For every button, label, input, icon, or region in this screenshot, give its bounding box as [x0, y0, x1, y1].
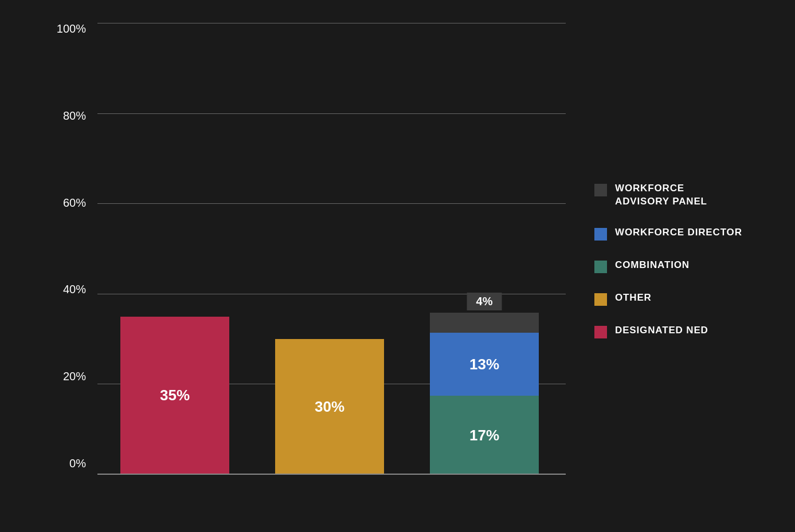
bar-segment-combo: 17%: [430, 396, 539, 475]
bar-label-advisory-panel-outside: 4%: [476, 295, 493, 308]
legend-item-other: OTHER: [594, 291, 761, 306]
y-label-0: 0%: [69, 458, 86, 469]
y-label-60: 60%: [63, 197, 86, 208]
y-label-80: 80%: [63, 110, 86, 121]
legend-swatch-ned: [594, 326, 607, 338]
bar-designated-ned: 35%: [120, 23, 229, 475]
legend-swatch-wd: [594, 228, 607, 241]
legend-item-ned: DESIGNATED NED: [594, 324, 761, 338]
chart-container: 100% 80% 60% 40% 20% 0%: [0, 0, 795, 532]
legend-swatch-other: [594, 293, 607, 306]
chart-inner: 100% 80% 60% 40% 20% 0%: [46, 23, 761, 498]
bar-stacked: 4% 13%: [430, 23, 539, 475]
legend-swatch-wap: [594, 184, 607, 196]
bar-label-combo: 17%: [469, 427, 499, 444]
legend-item-wd: WORKFORCE DIRECTOR: [594, 226, 761, 241]
y-label-100: 100%: [57, 23, 86, 34]
legend: WORKFORCEADVISORY PANEL WORKFORCE DIRECT…: [566, 23, 761, 498]
legend-label-other: OTHER: [615, 291, 652, 305]
legend-label-combo: COMBINATION: [615, 259, 690, 272]
bar-label-wd: 13%: [469, 356, 499, 373]
x-axis-line: [97, 474, 566, 475]
bar-label-designated-ned: 35%: [160, 387, 190, 404]
bar-segment-wd: 13%: [430, 333, 539, 396]
bar-segment-designated-ned: 35%: [120, 317, 229, 475]
legend-swatch-combo: [594, 261, 607, 273]
advisory-panel-label-box: 4%: [467, 293, 502, 310]
y-label-20: 20%: [63, 371, 86, 382]
legend-item-combo: COMBINATION: [594, 259, 761, 273]
bar-other: 30%: [275, 23, 384, 475]
legend-item-wap: WORKFORCEADVISORY PANEL: [594, 182, 761, 208]
legend-label-wap: WORKFORCEADVISORY PANEL: [615, 182, 707, 208]
legend-label-ned: DESIGNATED NED: [615, 324, 708, 337]
bar-label-other: 30%: [315, 398, 344, 416]
bar-segment-other: 30%: [275, 339, 384, 475]
y-label-40: 40%: [63, 283, 86, 295]
bars-area: 35% 30%: [97, 23, 566, 475]
bar-segment-wap: [430, 313, 539, 333]
legend-label-wd: WORKFORCE DIRECTOR: [615, 226, 742, 239]
